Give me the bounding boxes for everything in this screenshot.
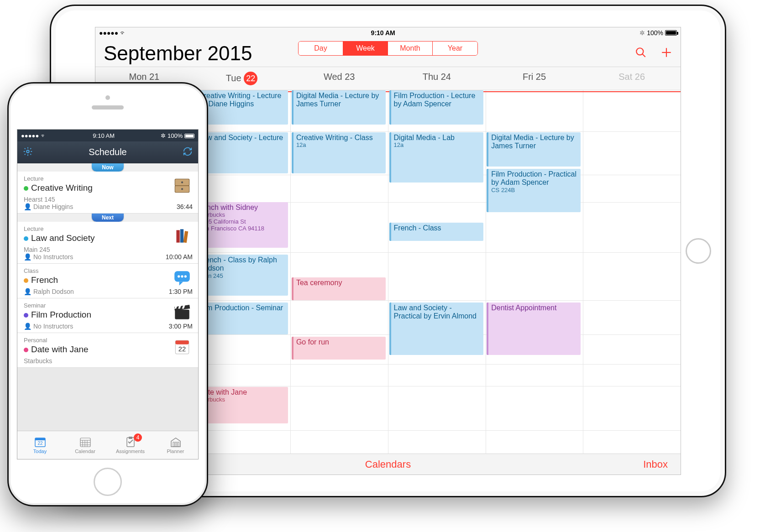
tab-today[interactable]: 22Today bbox=[17, 431, 63, 459]
weekday-col[interactable]: Sat 26 bbox=[583, 67, 681, 90]
calendar-event[interactable]: French - Class by Ralph DodsonMain 245 bbox=[194, 255, 288, 296]
weekday-col[interactable]: Fri 25 bbox=[486, 67, 583, 90]
schedule-item[interactable]: LectureCreative WritingHearst 145👤Diane … bbox=[17, 172, 198, 214]
signal-icon: ●●●●● ᯤ bbox=[99, 29, 126, 37]
segment-year[interactable]: Year bbox=[433, 42, 477, 55]
tab-planner[interactable]: Planner bbox=[153, 431, 198, 459]
calendar-event[interactable]: Film Production - Lecture by Adam Spence… bbox=[389, 90, 483, 125]
svg-point-8 bbox=[181, 188, 183, 190]
schedule-item[interactable]: SeminarFilm Production👤No Instructors3:0… bbox=[17, 298, 198, 333]
tab-assignments[interactable]: Assignments4 bbox=[108, 431, 153, 459]
now-pill: Now bbox=[92, 163, 124, 172]
svg-rect-35 bbox=[129, 437, 132, 439]
nav-title: Schedule bbox=[89, 147, 126, 157]
svg-point-4 bbox=[26, 150, 29, 153]
segment-month[interactable]: Month bbox=[388, 42, 433, 55]
calendar-event[interactable]: Film Production - Practical by Adam Spen… bbox=[487, 169, 581, 212]
search-icon[interactable] bbox=[635, 47, 647, 60]
calendar-event[interactable]: Creative Writing - Lecture by Diane Higg… bbox=[194, 90, 288, 125]
phone-status-bar: ●●●●● ᯤ 9:10 AM ✲ 100% bbox=[17, 130, 198, 141]
calendar-event[interactable]: Creative Writing - Class12a bbox=[292, 132, 386, 173]
schedule-item[interactable]: LectureLaw and SocietyMain 245👤No Instru… bbox=[17, 222, 198, 264]
status-battery: ✲ 100% bbox=[639, 29, 677, 37]
calendar-header: September 2015 DayWeekMonthYear bbox=[95, 38, 681, 67]
calendar-event[interactable]: Digital Media - Lecture by James Turner bbox=[292, 90, 386, 125]
svg-rect-9 bbox=[176, 230, 179, 242]
calendar-event[interactable]: Law and Society - Lecture bbox=[194, 132, 288, 173]
clapper-icon bbox=[173, 303, 192, 326]
svg-point-0 bbox=[636, 48, 643, 55]
books-icon bbox=[173, 226, 192, 250]
svg-point-14 bbox=[181, 275, 183, 277]
svg-point-7 bbox=[181, 182, 183, 183]
phone-camera bbox=[105, 95, 110, 100]
svg-point-13 bbox=[178, 275, 180, 277]
view-segmented-control[interactable]: DayWeekMonthYear bbox=[298, 41, 478, 56]
svg-rect-25 bbox=[35, 438, 45, 440]
svg-rect-10 bbox=[180, 229, 183, 242]
svg-point-15 bbox=[184, 275, 187, 277]
calendar-event[interactable]: Digital Media - Lab12a bbox=[389, 132, 483, 183]
weekday-col[interactable]: Thu 24 bbox=[388, 67, 486, 90]
svg-rect-11 bbox=[183, 231, 188, 243]
calendar-event[interactable]: Film Production - Seminar bbox=[194, 303, 288, 334]
battery: ✲ 100% bbox=[161, 132, 194, 139]
svg-text:22: 22 bbox=[37, 441, 43, 446]
phone-navbar: Schedule bbox=[17, 141, 198, 163]
phone-tabbar: 22TodayCalendarAssignments4Planner bbox=[17, 431, 198, 459]
add-icon[interactable] bbox=[660, 47, 672, 60]
svg-rect-16 bbox=[175, 310, 189, 319]
calendar-event[interactable]: Law and Society - Practical by Ervin Alm… bbox=[389, 303, 483, 355]
inbox-button[interactable]: Inbox bbox=[643, 459, 681, 470]
svg-rect-22 bbox=[175, 340, 189, 344]
svg-rect-37 bbox=[175, 442, 177, 447]
calpage-icon: 22 bbox=[173, 338, 192, 361]
calendars-button[interactable]: Calendars bbox=[365, 459, 411, 470]
svg-rect-38 bbox=[178, 442, 179, 447]
segment-week[interactable]: Week bbox=[343, 42, 388, 55]
ipad-status-bar: ●●●●● ᯤ 9:10 AM ✲ 100% bbox=[95, 27, 681, 38]
next-pill: Next bbox=[92, 214, 124, 222]
schedule-item[interactable]: ClassFrench👤Ralph Dodson1:30 PM bbox=[17, 264, 198, 298]
svg-rect-36 bbox=[173, 442, 174, 447]
svg-text:22: 22 bbox=[178, 345, 186, 353]
refresh-icon[interactable] bbox=[183, 146, 193, 158]
weekday-col[interactable]: Wed 23 bbox=[290, 67, 388, 90]
badge: 4 bbox=[134, 433, 142, 442]
drawer-icon bbox=[173, 176, 192, 199]
signal-icon: ●●●●● ᯤ bbox=[21, 132, 47, 139]
schedule-item[interactable]: PersonalDate with JaneStarbucks22 bbox=[17, 333, 198, 368]
calendar-event[interactable]: French - Class bbox=[389, 223, 483, 241]
svg-line-1 bbox=[642, 54, 645, 57]
ipad-home-button[interactable] bbox=[686, 238, 711, 264]
calendar-event[interactable]: Lunch with SidneyStarbucks3595 Californi… bbox=[194, 202, 288, 248]
segment-day[interactable]: Day bbox=[299, 42, 343, 55]
status-time: 9:10 AM bbox=[93, 132, 115, 139]
chat-icon bbox=[173, 268, 192, 292]
phone-screen: ●●●●● ᯤ 9:10 AM ✲ 100% Schedule NowLectu… bbox=[17, 129, 199, 459]
month-title: September 2015 bbox=[104, 42, 252, 65]
tab-calendar[interactable]: Calendar bbox=[63, 431, 108, 459]
iphone-device: ●●●●● ᯤ 9:10 AM ✲ 100% Schedule NowLectu… bbox=[7, 82, 208, 506]
schedule-list[interactable]: NowLectureCreative WritingHearst 145👤Dia… bbox=[17, 163, 198, 368]
weekday-col[interactable]: Tue 22 bbox=[193, 67, 291, 90]
calendar-event[interactable]: Digital Media - Lecture by James Turner bbox=[487, 132, 581, 167]
calendar-event[interactable]: Tea ceremony bbox=[292, 277, 386, 300]
calendar-event[interactable]: Date with JaneStarbucks bbox=[194, 387, 288, 423]
phone-home-button[interactable] bbox=[94, 468, 122, 496]
settings-icon[interactable] bbox=[23, 146, 33, 158]
phone-speaker bbox=[92, 105, 124, 110]
status-time: 9:10 AM bbox=[371, 29, 395, 37]
calendar-event[interactable]: Dentist Appointment bbox=[487, 303, 581, 355]
battery-icon bbox=[665, 30, 677, 36]
calendar-event[interactable]: Go for run bbox=[292, 337, 386, 360]
